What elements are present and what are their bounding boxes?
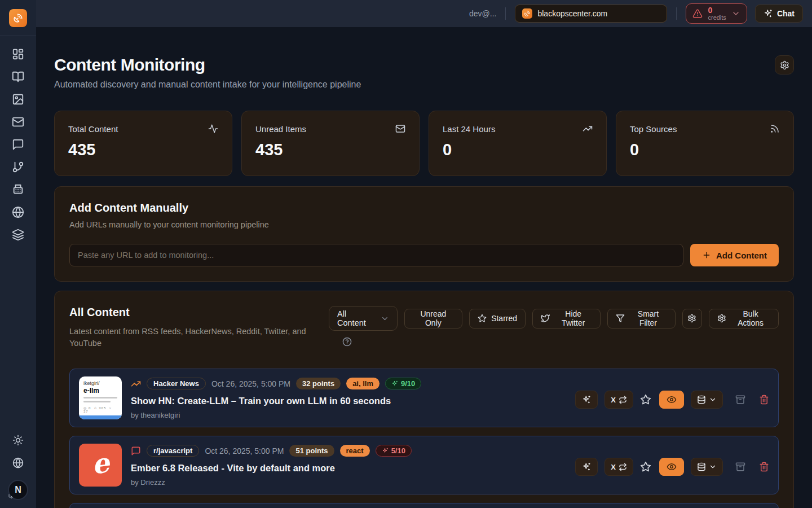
repost-to-x-button[interactable]: X [604,458,633,476]
gear-icon [780,60,789,70]
fax-icon [12,183,24,196]
sidebar-item-mail[interactable] [7,111,29,133]
add-content-button[interactable]: Add Content [690,244,779,266]
thumb-letter: e [90,446,111,480]
starred-filter-button[interactable]: Starred [469,309,526,329]
sparkles-icon [582,462,591,471]
content-row[interactable]: ◎ 0 ✩ 305 ⑂ 37 Hacker News Oct 26, 2025,… [69,503,779,508]
all-content-title: All Content [69,306,329,319]
stat-card-total-content: Total Content 435 [54,111,232,176]
score-badge: 9/10 [385,378,421,389]
sidebar-item-media[interactable] [7,88,29,111]
add-content-title: Add Content Manually [69,202,779,214]
sidebar-item-web[interactable] [7,201,29,224]
mark-read-button[interactable] [659,458,684,476]
gear-icon [687,314,696,323]
user-avatar[interactable]: N [8,480,28,500]
sparkles-icon [391,380,398,387]
database-dropdown-button[interactable] [691,458,723,476]
star-button[interactable] [640,461,651,472]
sidebar-item-dashboard[interactable] [7,43,29,65]
repeat-icon [619,396,627,404]
credits-value: 0 [708,6,726,15]
mark-read-button[interactable] [659,391,684,409]
satellite-dish-icon [13,13,23,23]
globe-icon [12,457,24,468]
trending-up-icon [131,379,141,389]
topbar: dev@... blackopscenter.com 0 credits Cha… [36,0,812,27]
ai-summarize-button[interactable] [575,391,598,409]
trash-icon [759,462,769,472]
topbar-divider [676,7,677,20]
thumb-line1: iketgiri/ [83,380,117,386]
unread-only-button[interactable]: Unread Only [404,309,463,329]
filter-settings-button[interactable] [682,309,703,329]
layers-icon [12,229,24,241]
site-selector[interactable]: blackopscenter.com [515,5,667,23]
url-input[interactable] [69,244,683,266]
archive-button[interactable] [735,462,745,472]
language-button[interactable] [7,452,29,474]
add-content-subtitle: Add URLs manually to your content monito… [69,220,779,229]
sidebar-item-library[interactable] [7,65,29,88]
rss-icon [770,124,780,134]
bulk-actions-button[interactable]: Bulk Actions [709,309,779,329]
chevron-down-icon [381,314,389,323]
app-logo[interactable] [9,9,27,27]
sidebar-item-pipeline[interactable] [7,156,29,178]
sidebar-item-chat[interactable] [7,133,29,156]
credits-badge[interactable]: 0 credits [686,3,747,24]
stat-value: 435 [68,141,218,159]
page-header: Content Monitoring Automated discovery a… [54,55,794,90]
score-value: 9/10 [401,379,415,388]
chat-button[interactable]: Chat [755,5,803,23]
content-row[interactable]: ◎ 0 ✩ 305 ⑂ 37 e r/javascript Oct 26, 20… [69,436,779,494]
button-label: Unread Only [413,309,454,327]
message-square-icon [131,446,141,456]
archive-icon [735,462,745,472]
stat-card-unread-items: Unread Items 435 [241,111,420,176]
stat-card-last-24-hours: Last 24 Hours 0 [429,111,607,176]
stat-label: Top Sources [630,124,677,134]
funnel-icon [616,314,625,323]
add-content-button-label: Add Content [716,251,767,260]
source-badge: Hacker News [147,378,206,389]
mail-icon [395,124,405,134]
stats-cards: Total Content 435 Unread Items 435 Last … [54,111,794,176]
trash-icon [759,395,769,405]
sparkles-icon [382,448,389,454]
dropdown-value: All Content [337,309,374,327]
hide-twitter-button[interactable]: Hide Twitter [532,309,601,329]
star-button[interactable] [640,394,651,405]
content-row[interactable]: iketgiri/ e-llm ◎ 0 ✩ 305 ⑂ 37 Hacker Ne… [69,369,779,427]
score-badge: 5/10 [376,445,412,457]
twitter-icon [541,314,550,323]
help-button[interactable] [342,337,352,347]
page-settings-button[interactable] [775,55,794,75]
chevron-down-icon [709,396,717,404]
database-dropdown-button[interactable] [691,391,723,409]
satellite-dish-icon [522,8,532,19]
archive-button[interactable] [735,395,745,405]
chevron-down-icon [709,463,717,471]
star-icon [478,314,487,323]
delete-button[interactable] [759,395,769,405]
sun-icon [12,435,24,446]
page-title: Content Monitoring [54,55,361,75]
row-author: by Driezzz [131,478,566,487]
sidebar-item-layers[interactable] [7,224,29,246]
gear-icon [717,314,726,323]
content-type-dropdown[interactable]: All Content [329,306,398,331]
sidebar-divider [0,36,36,36]
add-content-card: Add Content Manually Add URLs manually t… [54,186,794,282]
thumb-line2: e-llm [83,387,117,395]
sidebar-item-fax[interactable] [7,178,29,201]
ai-summarize-button[interactable] [575,458,598,476]
points-badge: 32 points [296,378,341,389]
smart-filter-button[interactable]: Smart Filter [607,309,675,329]
row-title: Ember 6.8 Released - Vite by default and… [131,463,566,474]
delete-button[interactable] [759,462,769,472]
repost-to-x-button[interactable]: X [604,391,633,409]
content-rows: iketgiri/ e-llm ◎ 0 ✩ 305 ⑂ 37 Hacker Ne… [69,369,779,508]
theme-toggle[interactable] [7,429,29,452]
